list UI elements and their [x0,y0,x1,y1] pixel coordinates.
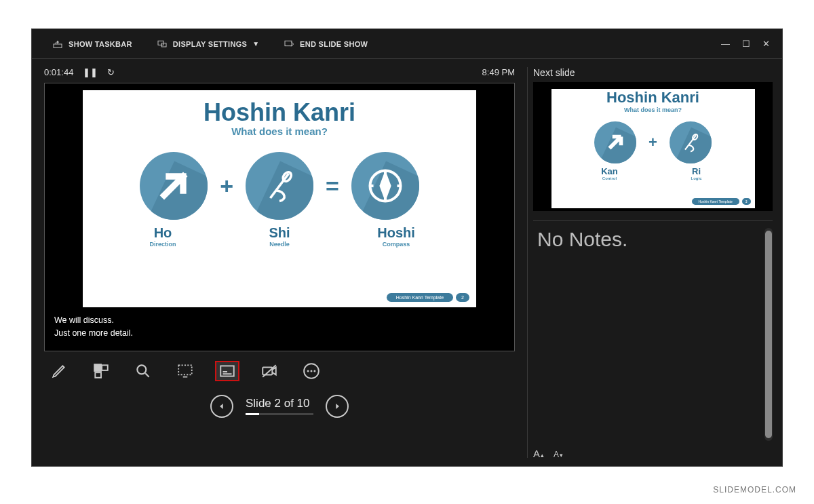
svg-rect-6 [94,364,101,371]
slide-navigation: Slide 2 of 10 [44,384,515,418]
slide-terms-row: Ho Direction Shi Needle Hoshi Compass [83,225,476,248]
svg-point-15 [310,370,312,372]
compass-circle [351,152,419,220]
watermark: SLIDEMODEL.COM [713,485,796,495]
increase-font-button[interactable]: A [533,448,544,459]
end-show-label: END SLIDE SHOW [300,40,368,48]
taskbar-icon [52,39,63,50]
svg-point-14 [307,370,309,372]
equals-operator: = [326,173,339,199]
current-slide-panel: 0:01:44 ❚❚ ↻ 8:49 PM Hoshin Kanri What d… [32,59,527,466]
presenter-tools [44,351,515,384]
presenter-view-window: SHOW TASKBAR DISPLAY SETTINGS ▼ END SLID… [31,28,783,467]
slide-progress [246,413,313,415]
next-needle-circle [670,121,712,163]
current-slide-frame: Hoshin Kanri What does it mean? + = [44,83,515,351]
svg-rect-11 [220,366,234,376]
display-settings-label: DISPLAY SETTINGS [173,40,247,48]
toggle-subtitles-button[interactable] [215,361,239,381]
black-screen-button[interactable] [173,361,197,381]
notes-area: No Notes. [533,228,773,441]
see-all-slides-button[interactable] [89,361,113,381]
current-slide-canvas[interactable]: Hoshin Kanri What does it mean? + = [83,90,476,307]
svg-rect-3 [285,41,292,45]
window-controls: — ☐ ✕ [721,39,774,49]
svg-rect-12 [263,367,272,374]
needle-icon [680,132,701,153]
display-settings-icon [157,39,168,50]
direction-circle [140,152,208,220]
status-line: 0:01:44 ❚❚ ↻ 8:49 PM [44,67,515,83]
clock-time: 8:49 PM [482,67,515,77]
next-term-ri: Ri Logic [676,166,718,180]
compass-icon [365,166,406,206]
main-area: 0:01:44 ❚❚ ↻ 8:49 PM Hoshin Kanri What d… [32,59,782,466]
display-settings-button[interactable]: DISPLAY SETTINGS ▼ [144,39,271,50]
next-slide-canvas: Hoshin Kanri What does it mean? + Ka [551,89,755,208]
term-ho: Ho Direction [129,225,197,248]
decrease-font-button[interactable]: A [554,448,563,459]
top-toolbar: SHOW TASKBAR DISPLAY SETTINGS ▼ END SLID… [32,29,782,59]
term-shi: Shi Needle [246,225,313,248]
svg-rect-7 [102,365,108,370]
pen-tool-button[interactable] [47,361,71,381]
zoom-tool-button[interactable] [131,361,155,381]
svg-rect-10 [178,365,192,374]
needle-circle [246,152,313,220]
next-term-kan: Kan Control [589,166,631,180]
subtitle-area: We will discuss. Just one more detail. [52,307,507,344]
next-slide-frame[interactable]: Hoshin Kanri What does it mean? + Ka [533,82,773,211]
svg-rect-8 [95,372,101,378]
slide-subtitle: What does it mean? [83,125,476,137]
right-panel: Next slide Hoshin Kanri What does it mea… [528,59,782,466]
minimize-button[interactable]: — [721,39,730,49]
slide-badge: Hoshin Kanri Template 2 [387,293,469,302]
previous-slide-button[interactable] [210,395,233,418]
slide-title: Hoshin Kanri [83,98,476,127]
plus-operator: + [648,134,657,151]
more-options-button[interactable] [299,361,324,381]
show-taskbar-button[interactable]: SHOW TASKBAR [40,39,144,50]
subtitle-line-1: We will discuss. [54,314,505,327]
next-slide-label: Next slide [533,67,773,78]
term-hoshi: Hoshi Compass [362,225,430,248]
elapsed-timer: 0:01:44 [44,67,73,77]
camera-off-button[interactable] [257,361,282,381]
notes-text: No Notes. [533,228,762,441]
next-slide-button[interactable] [326,395,349,418]
next-slide-subtitle: What does it mean? [551,106,755,113]
close-button[interactable]: ✕ [762,39,770,49]
svg-point-9 [137,365,146,374]
right-divider [533,220,773,221]
pause-button[interactable]: ❚❚ [83,67,98,77]
arrow-icon [604,131,627,154]
slide-indicator: Slide 2 of 10 [246,397,313,415]
maximize-button[interactable]: ☐ [742,39,750,49]
end-slide-show-button[interactable]: END SLIDE SHOW [271,39,380,50]
svg-point-16 [313,370,315,372]
notes-font-controls: A A [533,441,773,459]
slide-counter-label: Slide 2 of 10 [246,397,310,410]
end-show-icon [284,39,294,50]
show-taskbar-label: SHOW TASKBAR [69,40,132,48]
slide-icons-row: + = [83,152,476,220]
needle-icon [261,168,298,204]
chevron-down-icon: ▼ [252,40,259,47]
subtitle-line-2: Just one more detail. [54,327,505,340]
svg-rect-0 [54,44,62,47]
next-slide-title: Hoshin Kanri [551,89,755,106]
plus-operator: + [220,173,233,199]
arrow-icon [155,167,193,205]
next-arrow-circle [594,121,636,163]
notes-scrollbar[interactable] [764,228,773,441]
restart-timer-button[interactable]: ↻ [107,67,115,77]
